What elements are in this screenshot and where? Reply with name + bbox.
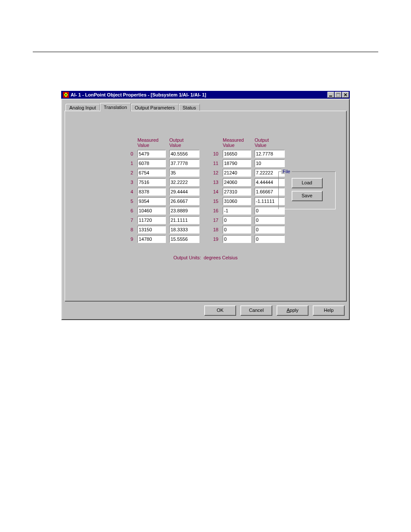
measured-input[interactable]: [137, 188, 166, 196]
output-units: Output Units: degrees Celsius: [70, 255, 341, 260]
output-input[interactable]: [169, 188, 199, 196]
output-units-value: degrees Celsius: [204, 255, 238, 260]
output-input[interactable]: [255, 216, 285, 224]
output-input[interactable]: [169, 178, 199, 186]
output-input[interactable]: [169, 235, 199, 243]
measured-input[interactable]: [223, 216, 251, 224]
measured-input[interactable]: [223, 150, 251, 158]
cancel-button[interactable]: Cancel: [240, 305, 272, 316]
row-index: 17: [212, 218, 219, 223]
output-input[interactable]: [169, 226, 199, 233]
measured-input[interactable]: [223, 197, 251, 205]
output-input[interactable]: [255, 235, 285, 243]
output-input[interactable]: [169, 216, 199, 224]
dialog-buttons: OK Cancel Apply Help: [65, 305, 346, 316]
output-input[interactable]: [169, 169, 199, 177]
ok-button[interactable]: OK: [204, 305, 236, 316]
row-index: 19: [212, 236, 219, 242]
dialog-client-area: Analog Input Translation Output Paramete…: [61, 99, 350, 320]
apply-button[interactable]: Apply: [277, 305, 308, 316]
measured-input[interactable]: [223, 159, 251, 167]
measured-input[interactable]: [137, 216, 166, 224]
row-index: 18: [212, 227, 219, 232]
output-input[interactable]: [255, 226, 285, 233]
load-button[interactable]: Load: [292, 178, 323, 188]
help-button[interactable]: Help: [313, 305, 345, 316]
header-output: OutputValue: [169, 137, 199, 148]
row-index: 11: [212, 161, 219, 166]
tab-pane-translation: MeasuredValue OutputValue 0 1 2 3: [65, 111, 346, 301]
row-index: 14: [212, 189, 219, 194]
close-button[interactable]: [342, 92, 349, 98]
measured-input[interactable]: [137, 150, 166, 158]
measured-input[interactable]: [223, 178, 251, 186]
svg-point-1: [65, 94, 67, 96]
svg-rect-2: [329, 96, 332, 96]
measured-input[interactable]: [223, 226, 251, 233]
measured-input[interactable]: [223, 235, 251, 243]
save-button[interactable]: Save: [292, 191, 323, 201]
tab-output-parameters[interactable]: Output Parameters: [131, 104, 179, 111]
row-index: 8: [126, 227, 134, 232]
measured-input[interactable]: [137, 159, 166, 167]
column-left: MeasuredValue OutputValue 0 1 2 3: [126, 137, 199, 243]
output-input[interactable]: [255, 159, 285, 167]
row-index: 9: [126, 236, 134, 242]
row-index: 16: [212, 208, 219, 213]
minimize-button[interactable]: [327, 92, 334, 98]
measured-input[interactable]: [137, 226, 166, 233]
file-group: Load Save: [278, 171, 336, 209]
header-measured: MeasuredValue: [223, 137, 251, 148]
dialog-window: AI- 1 - LonPoint Object Properties - [Su…: [61, 91, 350, 320]
output-units-label: Output Units:: [173, 255, 201, 260]
output-input[interactable]: [255, 150, 285, 158]
tab-status[interactable]: Status: [179, 104, 200, 111]
maximize-button[interactable]: [335, 92, 342, 98]
row-index: 7: [126, 218, 134, 223]
measured-input[interactable]: [223, 188, 251, 196]
header-output: OutputValue: [255, 137, 285, 148]
row-index: 5: [126, 199, 134, 204]
measured-input[interactable]: [223, 169, 251, 177]
row-index: 13: [212, 180, 219, 185]
measured-input[interactable]: [137, 197, 166, 205]
header-measured: MeasuredValue: [137, 137, 166, 148]
measured-input[interactable]: [137, 207, 166, 215]
tab-analog-input[interactable]: Analog Input: [65, 104, 100, 111]
page-divider: [33, 52, 378, 52]
window-title: AI- 1 - LonPoint Object Properties - [Su…: [71, 92, 327, 97]
row-index: 2: [126, 170, 134, 175]
row-index: 4: [126, 189, 134, 194]
row-index: 6: [126, 208, 134, 213]
output-input[interactable]: [169, 159, 199, 167]
output-input[interactable]: [169, 150, 199, 158]
row-index: 1: [126, 161, 134, 166]
tab-strip: Analog Input Translation Output Paramete…: [65, 102, 346, 111]
row-index: 10: [212, 151, 219, 156]
row-index: 15: [212, 199, 219, 204]
measured-input[interactable]: [137, 169, 166, 177]
row-index: 3: [126, 180, 134, 185]
measured-input[interactable]: [137, 178, 166, 186]
tab-translation[interactable]: Translation: [100, 103, 131, 112]
title-bar[interactable]: AI- 1 - LonPoint Object Properties - [Su…: [61, 91, 350, 99]
window-controls: [327, 91, 350, 99]
row-index: 12: [212, 170, 219, 175]
output-input[interactable]: [169, 207, 199, 215]
output-input[interactable]: [169, 197, 199, 205]
measured-input[interactable]: [137, 235, 166, 243]
svg-rect-4: [336, 93, 340, 94]
app-icon: [63, 92, 69, 98]
measured-input[interactable]: [223, 207, 251, 215]
row-index: 0: [126, 151, 134, 156]
column-right: MeasuredValue OutputValue 10 11 12 13: [212, 137, 285, 243]
